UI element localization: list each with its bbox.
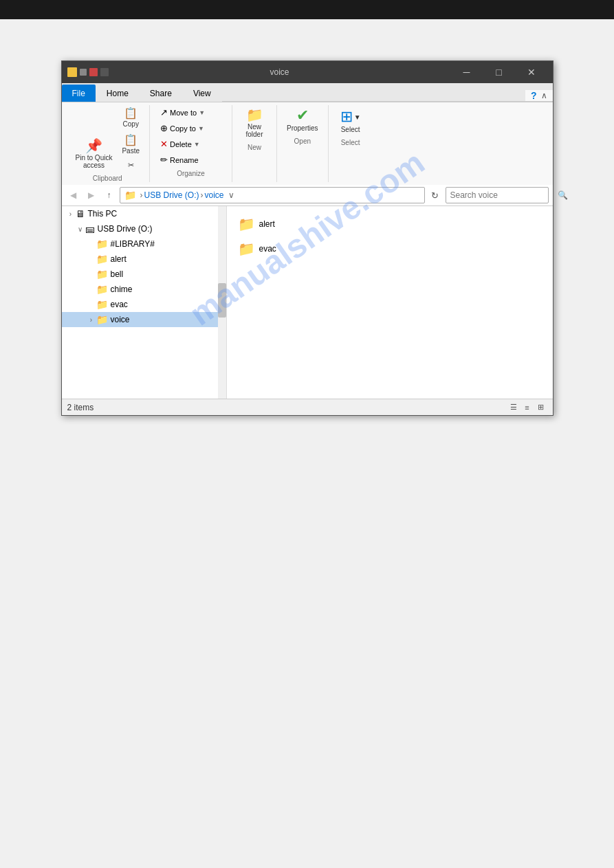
tab-view[interactable]: View [183, 85, 221, 102]
paste-button[interactable]: 📋 Paste [118, 132, 144, 157]
folder-icon-alert: 📁 [96, 254, 108, 265]
file-item-evac[interactable]: 📁 evac [234, 238, 546, 260]
window-icon-yellow [67, 67, 77, 77]
details-view-button[interactable]: ≡ [521, 401, 534, 414]
top-bar [0, 0, 614, 19]
tree-label-chime: chime [111, 285, 133, 294]
paste-icon: 📋 [124, 135, 138, 146]
expand-this-pc[interactable]: › [66, 210, 76, 218]
search-box: 🔍 [446, 187, 549, 203]
help-button[interactable]: ? [531, 90, 537, 101]
select-arrow: ▼ [354, 113, 361, 121]
tree-label-bell: bell [111, 269, 124, 279]
delete-button[interactable]: ✕ Delete ▼ [155, 137, 226, 151]
file-folder-icon-alert: 📁 [238, 216, 255, 232]
right-pane: 📁 alert 📁 evac [227, 206, 553, 399]
window-icon-dark [100, 68, 109, 76]
tab-home[interactable]: Home [96, 85, 139, 102]
select-icon: ⊞ [340, 108, 353, 126]
tree-item-evac[interactable]: 📁 evac [62, 297, 226, 312]
clipboard-extra[interactable]: ✂ [118, 159, 144, 172]
file-item-alert[interactable]: 📁 alert [234, 213, 546, 235]
maximize-button[interactable]: □ [483, 61, 515, 83]
move-to-button[interactable]: ↗ Move to ▼ [155, 105, 226, 120]
ribbon-organize-group: ↗ Move to ▼ ⊕ Copy to ▼ ✕ Delete ▼ [150, 105, 232, 182]
address-bar: ◀ ▶ ↑ 📁 › USB Drive (O:) › voice ∨ ↻ 🔍 [62, 185, 553, 206]
move-to-icon: ↗ [160, 107, 168, 118]
folder-icon-voice: 📁 [96, 314, 108, 325]
folder-icon-evac: 📁 [96, 299, 108, 310]
expand-usb[interactable]: ∨ [76, 225, 85, 233]
tab-file[interactable]: File [62, 85, 96, 102]
tree-item-chime[interactable]: 📁 chime [62, 282, 226, 297]
ribbon-select-group: ⊞ ▼ Select Select [329, 105, 373, 182]
breadcrumb-usb[interactable]: USB Drive (O:) [144, 190, 199, 200]
clipboard-extra-icon: ✂ [128, 161, 134, 170]
ribbon-content: 📌 Pin to Quick access 📋 Copy 📋 Paste [62, 102, 553, 185]
tree-label-this-pc: This PC [88, 209, 118, 219]
tree-item-this-pc[interactable]: › 🖥 This PC [62, 206, 226, 221]
rename-button[interactable]: ✏ Rename [155, 153, 226, 167]
tree-item-library[interactable]: 📁 #LIBRARY# [62, 236, 226, 252]
ribbon-tabs: File Home Share View ? ∧ [62, 83, 553, 102]
properties-icon: ✔ [296, 108, 309, 123]
close-button[interactable]: ✕ [516, 61, 547, 83]
delete-arrow: ▼ [194, 141, 200, 148]
window-icon-small-1 [80, 69, 87, 76]
delete-icon: ✕ [160, 139, 168, 149]
list-view-button[interactable]: ☰ [507, 401, 520, 414]
ribbon-new-group: 📁 New folder New [232, 105, 277, 182]
minimize-button[interactable]: ─ [451, 61, 483, 83]
moveto-arrow: ▼ [199, 109, 205, 116]
open-label: Open [294, 137, 311, 145]
view-buttons: ☰ ≡ ⊞ [507, 401, 547, 414]
back-button[interactable]: ◀ [66, 188, 81, 203]
title-bar-icons [67, 67, 109, 77]
pc-icon: 🖥 [76, 208, 85, 219]
folder-icon-chime: 📁 [96, 284, 108, 295]
organize-label: Organize [177, 170, 205, 177]
large-icons-button[interactable]: ⊞ [535, 401, 547, 414]
clipboard-buttons: 📌 Pin to Quick access 📋 Copy 📋 Paste [72, 105, 144, 172]
status-bar: 2 items ☰ ≡ ⊞ [62, 399, 553, 415]
tree-label-voice: voice [111, 315, 130, 324]
up-button[interactable]: ↑ [102, 188, 117, 203]
copy-button[interactable]: 📋 Copy [118, 105, 144, 131]
properties-button[interactable]: ✔ Properties [283, 105, 322, 135]
window-title: voice [109, 67, 451, 77]
search-icon[interactable]: 🔍 [558, 188, 568, 203]
address-path[interactable]: 📁 › USB Drive (O:) › voice ∨ [120, 187, 425, 203]
title-controls: ─ □ ✕ [451, 61, 547, 83]
scrollbar-thumb[interactable] [218, 283, 226, 318]
pin-to-quick-access-button[interactable]: 📌 Pin to Quick access [72, 136, 117, 172]
new-folder-button[interactable]: 📁 New folder [238, 105, 271, 141]
search-input[interactable] [446, 190, 558, 200]
select-label: Select [341, 139, 360, 146]
usb-icon: 🖴 [85, 223, 95, 234]
file-label-alert: alert [259, 219, 275, 229]
tree-item-bell[interactable]: 📁 bell [62, 267, 226, 282]
tree-label-alert: alert [111, 254, 127, 264]
select-button[interactable]: ⊞ ▼ Select [334, 105, 367, 136]
new-label: New [248, 144, 261, 151]
forward-button[interactable]: ▶ [84, 188, 99, 203]
copy-to-button[interactable]: ⊕ Copy to ▼ [155, 121, 226, 135]
tree-item-usb[interactable]: ∨ 🖴 USB Drive (O:) [62, 221, 226, 236]
tab-share[interactable]: Share [140, 85, 182, 102]
file-label-evac: evac [259, 244, 276, 254]
left-pane: › 🖥 This PC ∨ 🖴 USB Drive (O:) 📁 # [62, 206, 227, 399]
ribbon-clipboard-group: 📌 Pin to Quick access 📋 Copy 📋 Paste [66, 105, 151, 182]
expand-voice[interactable]: › [87, 316, 96, 324]
tree-label-evac: evac [111, 300, 128, 309]
ribbon-open-group: ✔ Properties Open [277, 105, 329, 182]
breadcrumb-voice[interactable]: voice [205, 190, 224, 200]
title-bar: voice ─ □ ✕ [62, 61, 553, 83]
ribbon-toggle[interactable]: ∧ [541, 91, 547, 100]
tree-item-alert[interactable]: 📁 alert [62, 252, 226, 267]
status-item-count: 2 items [67, 403, 94, 412]
copy-icon: 📋 [124, 108, 138, 119]
file-explorer-window: voice ─ □ ✕ File Home Share View ? ∧ [61, 60, 553, 416]
scrollbar-track[interactable] [218, 206, 226, 399]
tree-item-voice[interactable]: › 📁 voice [62, 312, 226, 327]
refresh-button[interactable]: ↻ [428, 188, 443, 203]
